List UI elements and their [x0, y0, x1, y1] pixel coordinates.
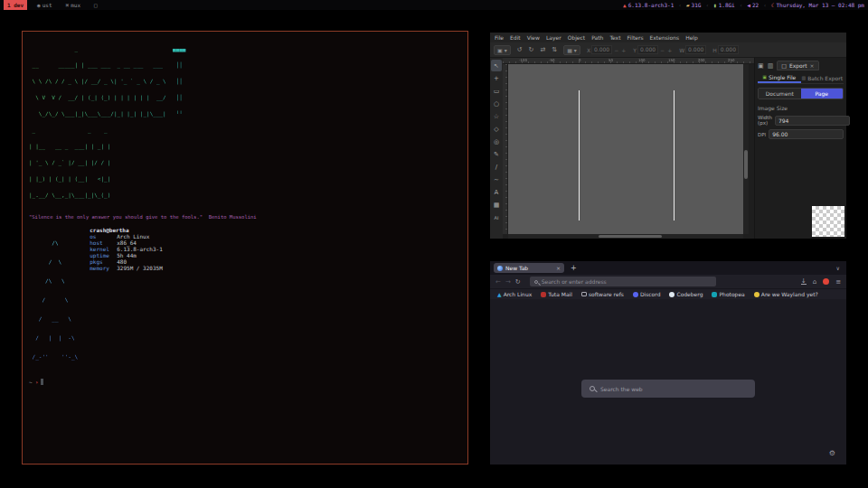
- bookmark-discord[interactable]: Discord: [633, 291, 661, 297]
- logo-line: / \: [29, 258, 78, 265]
- bookmark-tuta-mail[interactable]: Tuta Mail: [541, 291, 572, 297]
- gear-icon[interactable]: ⚙: [829, 449, 835, 457]
- box3d-tool[interactable]: ◇: [491, 123, 502, 135]
- tab-single-file[interactable]: ▣ Single File: [758, 72, 801, 83]
- x-coordinate-field[interactable]: X 0.000 − +: [587, 45, 627, 54]
- menu-help[interactable]: Help: [685, 34, 698, 41]
- spiral-tool[interactable]: ◎: [491, 136, 502, 147]
- gradient-tool[interactable]: ▦: [491, 199, 502, 211]
- workspace-ust[interactable]: ◉ ust: [33, 0, 55, 10]
- art-line: \ V V / __/ | (_| (_) | | | | | | __/ ││: [29, 95, 461, 100]
- rect-tool[interactable]: ▭: [491, 85, 502, 97]
- home-icon[interactable]: ⌂: [813, 278, 816, 286]
- image-size-heading: Image Size: [758, 105, 844, 111]
- stepper-minus[interactable]: −: [613, 47, 619, 53]
- drawing-canvas[interactable]: [508, 64, 743, 234]
- logo-line: /\: [29, 239, 78, 246]
- bookmark-wayland[interactable]: Are we Wayland yet?: [754, 291, 818, 297]
- menu-object[interactable]: Object: [568, 34, 586, 41]
- bookmark-software-refs[interactable]: software refs: [581, 291, 624, 297]
- scrollbar-thumb[interactable]: [599, 235, 662, 238]
- address-input[interactable]: [542, 278, 712, 285]
- y-coordinate-field[interactable]: Y 0.000 − +: [633, 45, 673, 54]
- list-tabs-chevron-icon[interactable]: ∨: [836, 265, 840, 271]
- menu-path[interactable]: Path: [591, 34, 603, 41]
- rotate-cw-icon[interactable]: ↻: [529, 46, 534, 53]
- pen-tool[interactable]: ∕: [491, 161, 502, 173]
- menu-filters[interactable]: Filters: [627, 34, 644, 41]
- selector-tool[interactable]: ↖: [491, 60, 502, 71]
- width-field[interactable]: W 0.000: [679, 45, 706, 54]
- star-tool[interactable]: ☆: [491, 110, 502, 122]
- field-value[interactable]: 0.000: [637, 45, 658, 54]
- export-area-segment: Document Page: [758, 88, 844, 99]
- rotate-ccw-icon[interactable]: ↺: [517, 46, 523, 53]
- menu-icon[interactable]: ≡: [835, 278, 841, 286]
- reload-icon[interactable]: ↻: [515, 278, 521, 286]
- inkscape-window[interactable]: File Edit View Layer Object Path Text Fi…: [490, 33, 846, 239]
- browser-window[interactable]: New Tab × + ∨ ← → ↻ ↓ ⌂ ≡ ▲ Arch Linux T…: [490, 261, 846, 465]
- tab-batch-export[interactable]: ▥ Batch Export: [801, 72, 844, 83]
- field-value[interactable]: 0.000: [718, 45, 739, 54]
- batch-export-icon: ▥: [801, 75, 806, 80]
- fetch-info: crash@bertha osArch Linux hostx86_64 ker…: [90, 227, 163, 372]
- forward-icon[interactable]: →: [505, 278, 511, 286]
- text-tool[interactable]: A: [491, 186, 502, 198]
- scrollbar-thumb[interactable]: [744, 150, 748, 179]
- stepper-plus[interactable]: +: [666, 47, 673, 53]
- fill-stroke-icon[interactable]: ▣: [758, 62, 764, 70]
- close-icon[interactable]: ×: [810, 62, 815, 69]
- menu-extensions[interactable]: Extensions: [650, 34, 680, 41]
- web-search-box[interactable]: [581, 380, 755, 398]
- tab-new-tab[interactable]: New Tab ×: [494, 263, 564, 273]
- bookmark-codeberg[interactable]: Codeberg: [669, 291, 703, 297]
- menu-edit[interactable]: Edit: [510, 34, 521, 41]
- separator: ‹: [763, 2, 767, 8]
- node-tool[interactable]: +: [491, 72, 502, 84]
- dpi-input[interactable]: [769, 129, 844, 139]
- download-icon[interactable]: ↓: [801, 278, 807, 285]
- menu-text[interactable]: Text: [609, 34, 620, 41]
- art-line: \ \ /\ / / _ \ |/ __/ _ \| '_ ` _ \ / _ …: [29, 79, 461, 84]
- height-field[interactable]: H 0.000: [712, 45, 739, 54]
- menu-layer[interactable]: Layer: [546, 34, 561, 41]
- bookmark-photopea[interactable]: Photopea: [712, 291, 744, 297]
- web-search-input[interactable]: [600, 386, 747, 392]
- fetch-row: osArch Linux: [90, 233, 163, 239]
- canvas-horizontal-scrollbar[interactable]: [508, 234, 743, 239]
- flip-horizontal-icon[interactable]: ⇄: [540, 46, 545, 53]
- art-line: _ ▄▄▄▄: [29, 46, 461, 52]
- wayland-icon: [754, 292, 760, 297]
- adblocker-extension-icon[interactable]: [823, 278, 829, 285]
- stepper-plus[interactable]: +: [620, 47, 627, 53]
- new-tab-button[interactable]: +: [571, 264, 577, 272]
- workspace-empty[interactable]: □: [90, 0, 101, 10]
- close-icon[interactable]: ×: [556, 265, 561, 271]
- field-value[interactable]: 0.000: [591, 45, 612, 54]
- snap-dropdown[interactable]: ▦ ▾: [563, 45, 580, 55]
- stepper-minus[interactable]: −: [659, 47, 665, 53]
- art-line: | '_ \ / _` |/ __| |/ / |: [29, 160, 461, 165]
- width-input[interactable]: [775, 116, 850, 126]
- page-button[interactable]: Page: [801, 89, 844, 99]
- calligraphy-tool[interactable]: ~: [491, 174, 502, 185]
- selection-mode-dropdown[interactable]: ▣ ▾: [494, 45, 511, 55]
- field-value[interactable]: 0.000: [685, 45, 706, 54]
- ai-tool[interactable]: AI: [491, 211, 502, 223]
- canvas-vertical-scrollbar[interactable]: [743, 64, 749, 234]
- export-dock-tab[interactable]: □ Export ×: [777, 61, 818, 70]
- layers-icon[interactable]: ▥: [768, 62, 774, 70]
- workspace-dev[interactable]: 1 dev: [4, 0, 27, 10]
- address-bar[interactable]: [530, 277, 716, 286]
- menu-view[interactable]: View: [527, 34, 540, 41]
- workspace-mux[interactable]: ⌘ mux: [62, 0, 84, 10]
- terminal-window[interactable]: _ ▄▄▄▄ __ _____| | ___ ___ _ __ ___ ___ …: [22, 31, 468, 465]
- back-icon[interactable]: ←: [495, 278, 501, 286]
- document-button[interactable]: Document: [759, 89, 801, 99]
- bookmark-arch-linux[interactable]: ▲ Arch Linux: [497, 291, 532, 297]
- ellipse-tool[interactable]: ○: [491, 98, 502, 109]
- shell-prompt[interactable]: ~ ›: [29, 379, 461, 385]
- pencil-tool[interactable]: ✎: [491, 148, 502, 160]
- flip-vertical-icon[interactable]: ⇅: [552, 46, 557, 53]
- menu-file[interactable]: File: [495, 34, 504, 41]
